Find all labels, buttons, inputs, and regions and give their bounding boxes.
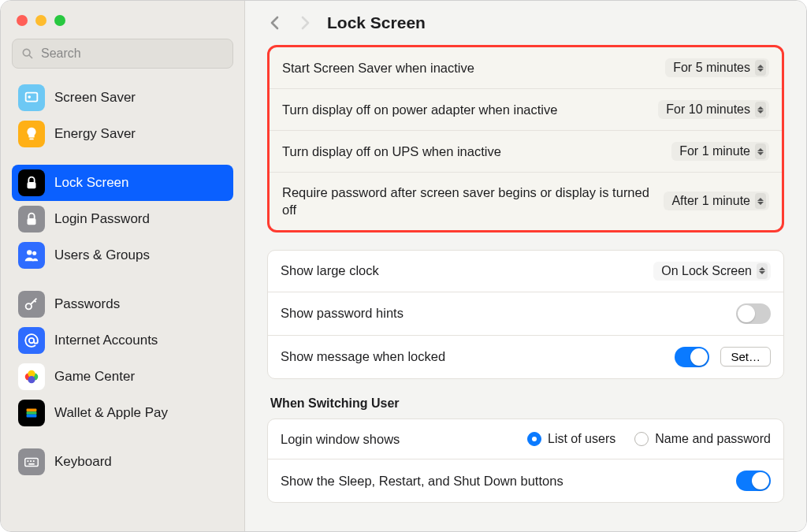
- sidebar-item-label: Screen Saver: [54, 90, 136, 106]
- radio-label: List of users: [548, 432, 615, 446]
- sidebar-item-energy-saver[interactable]: Energy Saver: [12, 116, 233, 152]
- main-content: Start Screen Saver when inactiveFor 5 mi…: [245, 40, 806, 531]
- search-input[interactable]: [12, 39, 233, 69]
- lock-icon: [18, 169, 45, 196]
- password-hints-toggle[interactable]: [736, 303, 771, 324]
- forward-button[interactable]: [297, 13, 313, 32]
- lock-open-icon: [18, 206, 45, 233]
- message-locked-label: Show message when locked: [281, 348, 662, 365]
- setting-label: Start Screen Saver when inactive: [282, 59, 653, 76]
- svg-rect-9: [28, 218, 36, 225]
- message-locked-toggle[interactable]: [675, 347, 709, 367]
- svg-rect-19: [27, 411, 37, 415]
- radio-icon: [634, 432, 649, 446]
- sidebar-item-passwords[interactable]: Passwords: [12, 286, 233, 322]
- svg-point-17: [28, 376, 35, 383]
- large-clock-popup[interactable]: On Lock Screen: [653, 262, 771, 281]
- wallet-icon: [18, 400, 45, 426]
- svg-rect-5: [28, 182, 36, 188]
- large-clock-label: Show large clock: [281, 262, 641, 279]
- svg-point-6: [28, 186, 29, 188]
- setting-popup[interactable]: For 1 minute: [671, 142, 769, 161]
- sidebar-item-login-password[interactable]: Login Password: [12, 201, 233, 237]
- switching-user-section: When Switching User Login window shows L…: [267, 396, 784, 503]
- message-locked-controls: Set…: [675, 347, 771, 367]
- svg-point-13: [29, 338, 34, 343]
- svg-point-8: [34, 186, 35, 188]
- svg-point-10: [27, 250, 32, 255]
- search-icon: [21, 47, 34, 60]
- sidebar-item-screen-saver[interactable]: Screen Saver: [12, 80, 233, 116]
- chevron-updown-icon: [755, 143, 766, 159]
- setting-popup[interactable]: For 5 minutes: [665, 58, 769, 77]
- password-hints-label: Show password hints: [281, 304, 723, 322]
- sleep-restart-label: Show the Sleep, Restart, and Shut Down b…: [281, 472, 723, 489]
- radio-list-of-users[interactable]: List of users: [527, 432, 631, 446]
- sidebar-item-users-groups[interactable]: Users & Groups: [12, 237, 233, 273]
- setting-label: Turn display off on UPS when inactive: [282, 143, 659, 160]
- switching-user-heading: When Switching User: [267, 396, 784, 419]
- back-button[interactable]: [267, 13, 283, 32]
- svg-point-7: [31, 186, 32, 188]
- radio-icon: [527, 432, 541, 446]
- sidebar-item-game-center[interactable]: Game Center: [12, 359, 233, 395]
- svg-line-1: [29, 55, 32, 58]
- setting-row: Turn display off on power adapter when i…: [270, 89, 782, 131]
- setting-value: For 5 minutes: [673, 61, 750, 75]
- set-message-button[interactable]: Set…: [720, 347, 771, 366]
- setting-value: For 10 minutes: [666, 102, 750, 117]
- svg-rect-23: [30, 460, 32, 462]
- svg-point-3: [28, 95, 31, 99]
- svg-rect-20: [27, 415, 37, 418]
- sidebar-item-internet-accounts[interactable]: Internet Accounts: [12, 322, 233, 359]
- chevron-updown-icon: [755, 60, 766, 76]
- large-clock-row: Show large clock On Lock Screen: [268, 251, 783, 292]
- svg-point-12: [26, 303, 32, 309]
- sidebar-item-lock-screen[interactable]: Lock Screen: [12, 165, 233, 201]
- switching-user-group: Login window shows List of users Name an…: [267, 419, 784, 503]
- inactivity-settings-group: Start Screen Saver when inactiveFor 5 mi…: [267, 45, 784, 233]
- setting-popup[interactable]: After 1 minute: [664, 192, 769, 210]
- close-icon[interactable]: [17, 15, 28, 26]
- setting-label: Turn display off on power adapter when i…: [282, 101, 645, 118]
- login-window-row: Login window shows List of users Name an…: [268, 419, 783, 459]
- svg-point-11: [32, 251, 36, 255]
- large-clock-value: On Lock Screen: [661, 264, 752, 278]
- chevron-updown-icon: [757, 263, 768, 279]
- content-header: Lock Screen: [245, 1, 806, 40]
- sidebar-item-keyboard[interactable]: Keyboard: [12, 444, 233, 480]
- login-window-label: Login window shows: [281, 430, 400, 448]
- content-pane: Lock Screen Start Screen Saver when inac…: [245, 1, 806, 531]
- login-window-options: List of users Name and password: [412, 432, 771, 446]
- sleep-restart-row: Show the Sleep, Restart, and Shut Down b…: [268, 459, 783, 502]
- sidebar-item-label: Login Password: [54, 211, 150, 227]
- sidebar-item-wallet-apple-pay[interactable]: Wallet & Apple Pay: [12, 395, 233, 431]
- sidebar-item-label: Energy Saver: [54, 126, 136, 142]
- setting-popup[interactable]: For 10 minutes: [658, 100, 769, 119]
- search-field-wrap: [12, 39, 233, 69]
- svg-rect-24: [33, 460, 35, 462]
- setting-label: Require password after screen saver begi…: [282, 184, 651, 219]
- svg-rect-18: [27, 409, 37, 412]
- setting-row: Turn display off on UPS when inactiveFor…: [270, 131, 782, 173]
- radio-label: Name and password: [655, 432, 771, 446]
- page-title: Lock Screen: [327, 13, 426, 32]
- sidebar-item-label: Game Center: [54, 369, 135, 385]
- fullscreen-icon[interactable]: [54, 15, 65, 26]
- key-icon: [18, 291, 45, 318]
- screen-saver-icon: [18, 84, 45, 111]
- radio-name-password[interactable]: Name and password: [634, 432, 771, 446]
- users-icon: [18, 242, 45, 269]
- sidebar-item-label: Users & Groups: [54, 247, 150, 263]
- sleep-restart-toggle[interactable]: [736, 471, 771, 491]
- setting-row: Start Screen Saver when inactiveFor 5 mi…: [270, 47, 782, 89]
- setting-row: Require password after screen saver begi…: [270, 173, 782, 230]
- password-hints-row: Show password hints: [268, 292, 783, 336]
- setting-value: For 1 minute: [679, 144, 750, 158]
- svg-rect-2: [26, 93, 38, 102]
- svg-point-0: [23, 49, 30, 56]
- window-controls: [12, 9, 233, 39]
- chevron-updown-icon: [755, 193, 766, 209]
- minimize-icon[interactable]: [35, 15, 46, 26]
- message-locked-row: Show message when locked Set…: [268, 336, 783, 378]
